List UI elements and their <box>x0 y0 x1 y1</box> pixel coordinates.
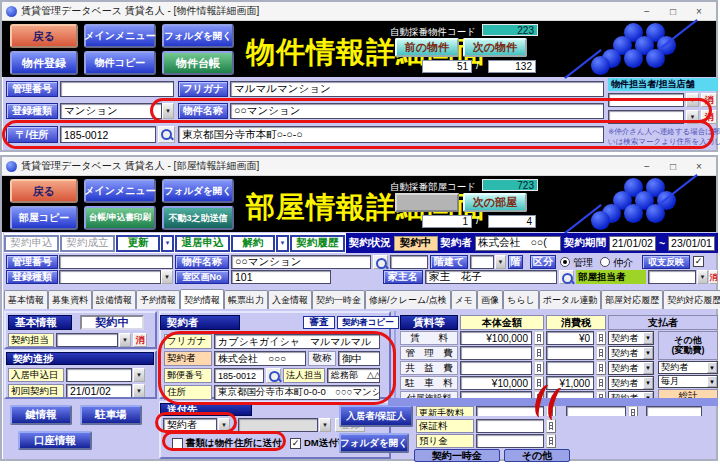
staff-clear-button-2[interactable]: 消 <box>701 110 717 124</box>
rent-amount-input[interactable]: ¥100,000 <box>460 331 532 345</box>
room-staff-clear-button[interactable]: 消 <box>709 270 718 284</box>
mgmt-tax-input[interactable] <box>546 346 594 360</box>
room-staff-dropdown-icon[interactable]: ▼ <box>697 270 708 284</box>
staff-clear-button-1[interactable]: 消 <box>701 93 717 107</box>
payer-dropdown-icon[interactable]: ▼ <box>643 347 653 359</box>
maximize-button[interactable]: □ <box>660 3 686 19</box>
kyoeki-amount-input[interactable] <box>460 361 532 375</box>
open-folder-button[interactable]: フォルダを開く <box>162 179 234 203</box>
tab-keiyaku-info[interactable]: 契約情報 <box>180 289 224 309</box>
other-payer-combo[interactable]: 契約者▼ <box>658 361 718 374</box>
c-zip-input[interactable]: 185-0012 <box>214 368 264 383</box>
parking-tax-input[interactable]: ¥1,000 <box>546 376 594 390</box>
tab-shuzen[interactable]: 修繕/クレーム/点検 <box>365 290 451 309</box>
rent-payer-combo[interactable]: 契約者▼ <box>608 331 654 345</box>
renew-dropdown-icon[interactable]: ▼ <box>161 235 174 252</box>
furigana-input[interactable]: マルマルマンション <box>230 81 604 97</box>
kukaku-no-input[interactable]: 101 <box>231 270 331 284</box>
property-ledger-button[interactable]: 物件台帳 <box>162 51 234 75</box>
open-folder-button[interactable]: フォルダを開く <box>339 433 409 453</box>
tab-yoyaku[interactable]: 予約情報 <box>136 290 180 309</box>
c-addr-input[interactable]: 東京都国分寺市本町0-0-0 ○○○マンション <box>214 385 380 400</box>
room-copy-button[interactable]: 部屋コピー <box>10 206 78 230</box>
parking-amount-input[interactable]: ¥10,000 <box>460 376 532 390</box>
c-name-input[interactable]: 株式会社 ○○○ <box>214 351 306 366</box>
property-register-button[interactable]: 物件登録 <box>10 51 78 75</box>
key-info-button[interactable]: 鍵情報 <box>10 405 72 425</box>
subtab-keiyaku-ichijikin[interactable]: 契約一時金 <box>414 449 500 462</box>
tab-memo[interactable]: メモ <box>451 290 477 309</box>
renewal-amount-input[interactable] <box>476 406 544 416</box>
renewal-tax-grid-icon[interactable] <box>628 406 638 416</box>
subtab-sonota[interactable]: その他 <box>504 449 570 462</box>
property-copy-button[interactable]: 物件コピー <box>84 51 156 75</box>
staff-input-1[interactable] <box>608 93 684 107</box>
moveout-apply-button[interactable]: 退居申込 <box>175 235 230 252</box>
tab-portal[interactable]: ポータル連動 <box>539 290 602 309</box>
yanushi-input[interactable]: 家主 花子 <box>425 270 557 284</box>
tab-boshu[interactable]: 募集資料 <box>48 290 92 309</box>
chukai-radio[interactable] <box>600 257 610 267</box>
tab-setsubi[interactable]: 設備情報 <box>92 290 136 309</box>
bukken-search-icon[interactable] <box>373 255 388 269</box>
kyoeki-payer-combo[interactable]: 契約者▼ <box>608 361 654 375</box>
touroku-shurui-combo[interactable]: マンション <box>60 103 162 119</box>
guarantee-fee-input[interactable] <box>476 419 544 433</box>
close-button[interactable]: × <box>686 3 712 19</box>
payer-dropdown-icon[interactable]: ▼ <box>707 362 717 373</box>
cycle-dropdown-icon[interactable]: ▼ <box>707 376 717 387</box>
kanri-bango-input[interactable] <box>59 255 173 269</box>
staff-dropdown-icon-2[interactable]: ▼ <box>686 110 699 124</box>
renewal-grid-icon[interactable] <box>546 406 556 416</box>
keiyaku-tanto-dropdown-icon[interactable]: ▼ <box>119 333 131 347</box>
maximize-button[interactable]: □ <box>660 158 686 174</box>
rent-tax-grid-icon[interactable] <box>596 331 606 345</box>
renewal-tax-input[interactable] <box>566 406 626 416</box>
kyoeki-tax-grid-icon[interactable] <box>596 361 606 375</box>
renew-button[interactable]: 更新 <box>116 235 160 252</box>
main-menu-button[interactable]: メインメニュー <box>84 24 156 48</box>
staff-input-2[interactable] <box>608 110 684 124</box>
yanushi-search-icon[interactable] <box>559 270 574 284</box>
cancel-contract-button[interactable]: 解約 <box>231 235 275 252</box>
cancel-dropdown-icon[interactable]: ▼ <box>276 235 289 252</box>
back-button[interactable]: 戻る <box>10 179 78 203</box>
kyoeki-tax-input[interactable] <box>546 361 594 375</box>
address-input[interactable]: 東京都国分寺市本町○-○-○ <box>178 126 604 143</box>
parking-button[interactable]: 駐車場 <box>80 405 142 425</box>
contract-establish-button[interactable]: 契約成立 <box>60 235 115 252</box>
tab-keiyaku-ichijikin[interactable]: 契約一時金 <box>312 290 365 309</box>
touroku-dropdown-icon[interactable]: ▼ <box>161 270 173 284</box>
kaidate-input[interactable] <box>470 255 494 269</box>
c-furigana-input[interactable]: カブシキガイシャ マルマルマル <box>214 334 380 349</box>
kyoeki-amount-grid-icon[interactable] <box>534 361 544 375</box>
rent-amount-grid-icon[interactable] <box>534 331 544 345</box>
mgmt-tax-grid-icon[interactable] <box>596 346 606 360</box>
parking-amount-grid-icon[interactable] <box>534 376 544 390</box>
tab-chirashi[interactable]: ちらし <box>503 290 539 309</box>
dm-ok-checkbox[interactable]: ✓ <box>290 438 301 449</box>
kanri-radio[interactable] <box>560 257 570 267</box>
first-date-dropdown-icon[interactable]: ▼ <box>133 384 145 397</box>
deposit-input[interactable] <box>476 434 544 448</box>
next-room-button[interactable]: 次の部屋 <box>463 193 527 212</box>
renewal-extra-input[interactable] <box>646 406 702 416</box>
minimize-button[interactable]: − <box>634 3 660 19</box>
mgmt-amount-grid-icon[interactable] <box>534 346 544 360</box>
mgmt-payer-combo[interactable]: 契約者▼ <box>608 346 654 360</box>
back-button[interactable]: 戻る <box>10 24 78 48</box>
rent-tax-input[interactable]: ¥0 <box>546 331 594 345</box>
contract-history-button[interactable]: 契約履歴 <box>290 235 345 252</box>
deposit-grid-icon[interactable] <box>546 434 556 448</box>
account-info-button[interactable]: 口座情報 <box>18 431 92 450</box>
tenant-guarantor-button[interactable]: 入居者/保証人 <box>339 405 413 427</box>
close-button[interactable]: × <box>686 158 712 174</box>
houjin-tanto-input[interactable]: 総務部 △△ △△ <box>327 368 380 383</box>
bukken-meisho-input[interactable]: ○○マンション <box>230 103 604 119</box>
tab-heya-rireki[interactable]: 部屋対応履歴 <box>601 290 663 309</box>
keisho-input[interactable]: 御中 <box>338 351 380 366</box>
guarantee-grid-icon[interactable] <box>546 419 556 433</box>
mgmt-amount-input[interactable] <box>460 346 532 360</box>
keiyaku-tanto-input[interactable] <box>56 333 118 347</box>
touroku-dropdown-icon[interactable]: ▼ <box>162 103 174 119</box>
